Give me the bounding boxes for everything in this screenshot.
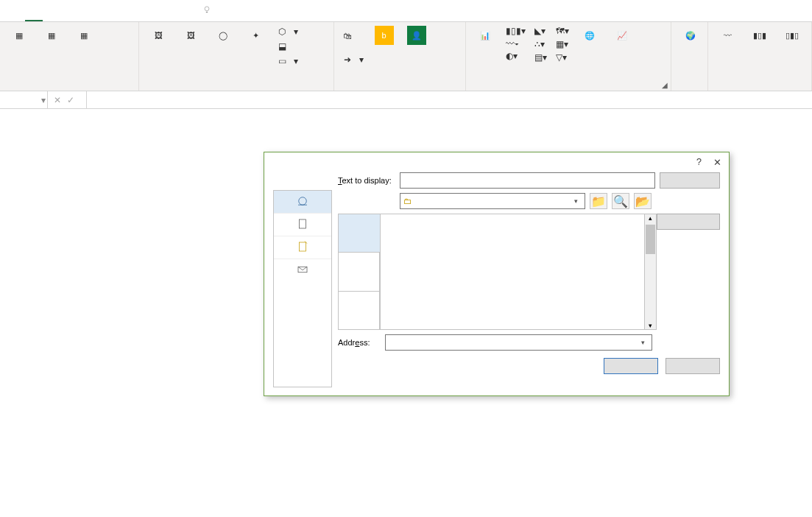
surface-icon: ▤▾ <box>534 52 547 63</box>
3dmap-button[interactable]: 🌍 <box>674 24 707 49</box>
table-icon: ▦ <box>74 26 93 45</box>
tab-insert[interactable] <box>25 1 43 21</box>
enter-icon[interactable]: ✓ <box>67 95 74 105</box>
browse-web-button[interactable]: 🔍 <box>612 193 629 209</box>
group-charts: 📊 ▮▯▮▾ 〰▾ ◐▾ ◣▾ ∴▾ ▤▾ 🗺▾ ▦▾ ▽▾ 🌐 📈 ◢ <box>466 22 671 91</box>
up-folder-button[interactable]: 📁 <box>590 193 607 209</box>
chart-t3[interactable]: ◐▾ <box>503 50 529 62</box>
nav-recent-files[interactable] <box>339 292 380 329</box>
chart-t9[interactable]: ▽▾ <box>553 52 572 63</box>
group-label <box>0 88 138 91</box>
address-input[interactable]: ▾ <box>385 334 652 351</box>
tab-review[interactable] <box>113 1 131 21</box>
group-label <box>139 88 333 91</box>
svg-rect-3 <box>300 242 306 251</box>
my-addins-button[interactable]: ➜▾ <box>339 53 367 66</box>
bookmark-button[interactable] <box>657 214 720 230</box>
opt-existing-file[interactable] <box>274 191 331 214</box>
cancel-button[interactable] <box>666 358 720 374</box>
svg-point-1 <box>299 197 307 205</box>
text-to-display-input[interactable] <box>400 172 655 189</box>
rec-charts-button[interactable]: 📊 <box>469 24 501 49</box>
chevron-down-icon: ▾ <box>294 56 298 66</box>
chart-t2[interactable]: 〰▾ <box>503 38 529 49</box>
screentip-button[interactable] <box>660 172 720 189</box>
addins-icon: ➜ <box>342 54 353 66</box>
tab-home[interactable] <box>7 1 25 21</box>
map-icon: 🗺▾ <box>556 26 569 36</box>
dialog-titlebar: ? ✕ <box>264 152 729 172</box>
tab-draw[interactable] <box>43 1 60 21</box>
newdoc-icon <box>296 240 309 253</box>
screenshot-button[interactable]: ▭▾ <box>273 54 301 68</box>
chart-t6[interactable]: ▤▾ <box>532 52 550 63</box>
chart-t7[interactable]: 🗺▾ <box>553 25 572 37</box>
chart-t1[interactable]: ▮▯▮▾ <box>503 25 529 37</box>
pivottable-button[interactable]: ▦ <box>3 24 35 49</box>
tab-developer[interactable] <box>149 1 166 21</box>
get-addins-button[interactable]: 🛍 <box>339 29 367 43</box>
file-list[interactable] <box>380 214 657 330</box>
spark-line-button[interactable]: 〰 <box>711 24 744 49</box>
icons-button[interactable]: ✦ <box>239 24 272 49</box>
areachart-icon: ◣▾ <box>534 26 546 36</box>
pictures-button[interactable]: 🖼 <box>142 24 174 49</box>
chart-t8[interactable]: ▦▾ <box>553 38 572 50</box>
spark-winloss-button[interactable]: ▯▮▯ <box>776 24 808 49</box>
opt-create-new[interactable] <box>274 236 331 259</box>
shapes-button[interactable]: ◯ <box>207 24 239 49</box>
help-button[interactable]: ? <box>696 157 702 168</box>
chevron-down-icon[interactable]: ▾ <box>40 95 47 105</box>
sparkline-icon: 〰 <box>718 26 737 45</box>
table-button[interactable]: ▦ <box>68 24 100 49</box>
tab-data[interactable] <box>96 1 113 21</box>
chevron-down-icon: ▾ <box>359 54 364 65</box>
smartart-button[interactable]: ⬓ <box>273 40 301 53</box>
nav-browsed-pages[interactable] <box>339 253 380 291</box>
tab-formulas[interactable] <box>78 1 96 21</box>
opt-email[interactable] <box>274 259 331 281</box>
tellme-search[interactable] <box>193 1 225 21</box>
3dmap-icon: 🌍 <box>681 26 700 45</box>
barchart-icon: ▮▯▮▾ <box>506 26 526 36</box>
smartart-icon: ⬓ <box>276 41 288 52</box>
3dmodels-button[interactable]: ⬡▾ <box>273 25 301 38</box>
scroll-thumb[interactable] <box>646 225 655 254</box>
online-pictures-button[interactable]: 🖼 <box>174 24 207 49</box>
chevron-down-icon[interactable]: ▾ <box>637 339 649 346</box>
svg-point-0 <box>205 7 209 11</box>
spark-column-button[interactable]: ▮▯▮ <box>744 24 776 49</box>
pivotchart-button[interactable]: 📈 <box>606 24 638 49</box>
formula-bar: ▾ ✕ ✓ <box>0 91 812 109</box>
browse-nav <box>338 214 380 330</box>
name-box[interactable] <box>0 92 40 108</box>
maps-button[interactable]: 🌐 <box>573 24 606 49</box>
formula-input[interactable] <box>87 92 812 108</box>
look-in-combo[interactable]: 🗀 ▾ <box>400 193 585 209</box>
cube-icon: ⬡ <box>276 26 288 38</box>
cancel-icon[interactable]: ✕ <box>54 95 61 105</box>
tab-page-layout[interactable] <box>60 1 78 21</box>
chart-t5[interactable]: ∴▾ <box>532 38 550 50</box>
svg-rect-2 <box>300 219 306 228</box>
browse-file-button[interactable]: 📂 <box>634 193 652 209</box>
people-graph-button[interactable]: 👤 <box>400 24 433 49</box>
chevron-down-icon[interactable]: ▾ <box>570 197 582 205</box>
dialog-launcher[interactable]: ◢ <box>660 80 669 89</box>
nav-current-folder[interactable] <box>339 214 380 253</box>
bing-maps-button[interactable]: b <box>368 24 400 49</box>
globe-page-icon <box>296 194 309 208</box>
close-button[interactable]: ✕ <box>713 157 721 168</box>
chart-t4[interactable]: ◣▾ <box>532 25 550 37</box>
opt-place-in-doc[interactable] <box>274 214 331 236</box>
ok-button[interactable] <box>604 358 658 374</box>
doc-icon <box>296 217 309 231</box>
chart-icon: 📊 <box>476 26 495 45</box>
tab-help[interactable] <box>166 1 184 21</box>
tab-view[interactable] <box>131 1 149 21</box>
scrollbar[interactable] <box>644 214 656 329</box>
icons-icon: ✦ <box>246 26 265 45</box>
people-icon: 👤 <box>407 26 426 45</box>
recommended-pivot-button[interactable]: ▦ <box>35 24 68 49</box>
store-icon: 🛍 <box>342 30 353 42</box>
